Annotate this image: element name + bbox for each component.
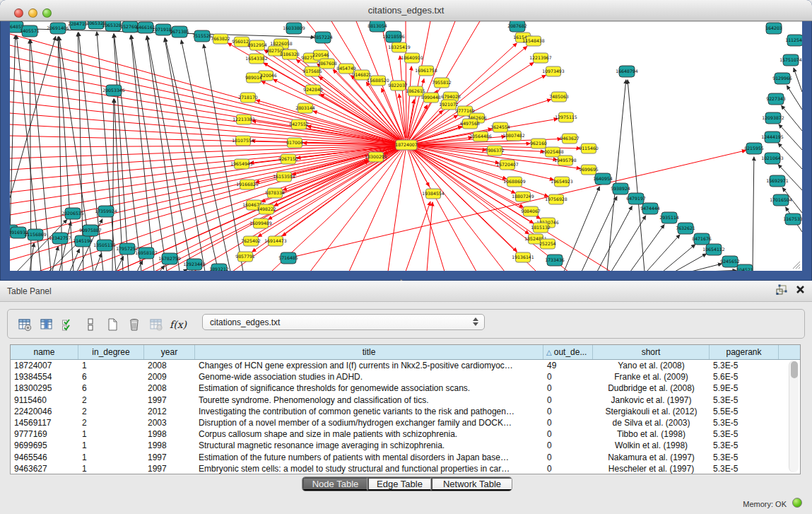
graph-node-label: 18325419 <box>388 45 411 49</box>
graph-node-label: 9777169 <box>455 108 475 113</box>
tab-edge-table[interactable]: Edge Table <box>367 477 431 491</box>
graph-node-label: 9822037 <box>388 83 408 88</box>
table-cell: 0 <box>543 428 593 440</box>
row-layout-icon[interactable] <box>82 316 99 333</box>
graph-node-label: 16782759 <box>158 256 181 261</box>
graph-edge <box>160 265 165 271</box>
table-row[interactable]: 946362711997Embryonic stem cells: a mode… <box>11 463 800 474</box>
graph-edge <box>406 145 505 271</box>
network-canvas[interactable]: 1648551405571206914062284719106532910653… <box>10 21 802 271</box>
select-checkmarks-icon[interactable] <box>60 316 77 333</box>
graph-node-label: 164203 <box>765 25 782 30</box>
graph-node-label: 2935114 <box>659 215 679 220</box>
resize-grip-icon[interactable] <box>791 259 801 269</box>
table-row[interactable]: 1938455462009Genome-wide association stu… <box>11 371 800 382</box>
graph-node-label: 18300295 <box>365 154 387 159</box>
graph-edge <box>38 145 406 271</box>
table-body: 1872400712008Changes of HCN gene express… <box>11 360 800 474</box>
table-cell: 0 <box>543 382 593 394</box>
table-settings-icon[interactable] <box>16 316 33 333</box>
table-cell: 0 <box>543 371 593 382</box>
table-cell: Corpus callosum shape and size in male p… <box>195 428 543 440</box>
graph-node-label: 9242848 <box>303 87 323 92</box>
graph-node-label: 12444195 <box>761 134 784 139</box>
graph-edge <box>787 86 802 110</box>
table-cell: 5.3E-5 <box>710 452 779 463</box>
tab-network-table[interactable]: Network Table <box>431 477 512 491</box>
tab-node-table[interactable]: Node Table <box>302 477 367 491</box>
graph-node-label: 19136141 <box>512 255 534 259</box>
graph-edge <box>413 146 554 180</box>
new-column-icon[interactable] <box>104 316 121 333</box>
table-row[interactable]: 1872400712008Changes of HCN gene express… <box>11 360 800 371</box>
column-header-year[interactable]: year <box>144 345 195 359</box>
table-cell: Genome-wide association studies in ADHD. <box>195 371 543 382</box>
graph-node-label: 16720407 <box>496 162 519 167</box>
graph-node-label: 7485063 <box>549 94 569 99</box>
table-cell: 1 <box>78 463 144 474</box>
graph-edge <box>184 269 187 271</box>
table-row[interactable]: 946554611997Estimation of the future num… <box>11 452 800 463</box>
close-panel-icon[interactable] <box>796 285 805 294</box>
graph-node-label: 9245652 <box>720 259 740 264</box>
table-cell: 5.3E-5 <box>710 417 779 428</box>
table-row[interactable]: 1456911722003Disruption of a novel membe… <box>11 417 800 428</box>
table-row[interactable]: 911546021997Tourette syndrome. Phenomeno… <box>11 395 800 406</box>
table-cell: 9699695 <box>11 440 78 451</box>
graph-edge <box>10 35 16 233</box>
table-cell: 5.3E-5 <box>710 428 779 440</box>
table-cell: 9777169 <box>11 428 78 440</box>
graph-node-label: 19166825 <box>236 182 259 187</box>
graph-node-label: 8471676 <box>692 236 712 241</box>
column-header-short[interactable]: short <box>593 345 710 359</box>
table-row[interactable]: 969969511998Structural magnetic resonanc… <box>11 440 800 451</box>
table-cell: Stergiakouli et al. (2012) <box>593 406 710 417</box>
table-scrollbar-thumb[interactable] <box>791 361 798 378</box>
table-row[interactable]: 977716911998Corpus callosum shape and si… <box>11 428 800 440</box>
graph-node-label: 16099489 <box>249 221 272 226</box>
table-cell: de Silva et al. (2003) <box>593 417 710 428</box>
table-cell: 2008 <box>144 382 195 394</box>
graph-node-label: 13505135 <box>93 243 116 247</box>
table-cell: 22420046 <box>11 406 78 417</box>
delete-trash-icon[interactable] <box>126 316 143 333</box>
table-cell: 2003 <box>144 417 195 428</box>
graph-node-label: 9227343 <box>766 96 786 101</box>
graph-node-label: 18226058 <box>270 41 293 46</box>
network-canvas-svg[interactable]: 1648551405571206914062284719106532910653… <box>10 21 802 271</box>
graph-node-label: 10654112 <box>702 247 725 252</box>
graph-node-label: 2803144 <box>295 105 315 110</box>
graph-node-label: 16543382 <box>245 56 268 61</box>
column-header-in-degree[interactable]: in_degree <box>78 345 144 359</box>
table-row[interactable]: 1830029562008Estimation of significance … <box>11 382 800 394</box>
graph-edge <box>165 38 205 271</box>
float-window-icon[interactable] <box>776 284 787 295</box>
graph-node-label: 16958107 <box>135 250 158 255</box>
graph-node-label: 9267150 <box>278 156 298 161</box>
table-cell: 5.3E-5 <box>710 463 779 474</box>
graph-node-label: 2867608 <box>317 61 337 66</box>
graph-edge <box>706 270 736 271</box>
table-cell: 49 <box>543 360 593 371</box>
show-columns-icon[interactable] <box>38 316 55 333</box>
graph-edge <box>10 145 406 181</box>
dropdown-stepper-icon <box>473 317 478 326</box>
table-scrollbar[interactable] <box>789 361 799 472</box>
column-header-out-de-[interactable]: △out_de... <box>543 345 593 359</box>
table-row[interactable]: 2242004622012Investigating the contribut… <box>11 406 800 417</box>
graph-node-label: 1640954 <box>593 176 613 181</box>
function-fx-icon[interactable]: f(x) <box>170 316 187 333</box>
graph-node-label: 8990448 <box>421 95 441 100</box>
memory-indicator[interactable] <box>792 498 802 508</box>
status-bar: Memory: OK <box>0 494 812 514</box>
table-cell: 0 <box>543 406 593 417</box>
graph-edge <box>427 202 433 271</box>
graph-node-label: 7857224 <box>313 35 333 40</box>
table-cell: Nakamura et al. (1997) <box>593 452 710 463</box>
window-titlebar[interactable]: citations_edges.txt <box>0 0 812 21</box>
column-header-pagerank[interactable]: pagerank <box>710 345 779 359</box>
graph-edge <box>597 206 632 271</box>
table-selector-dropdown[interactable]: citations_edges.txt <box>202 314 485 330</box>
column-header-title[interactable]: title <box>195 345 543 359</box>
column-header-name[interactable]: name <box>11 345 78 359</box>
